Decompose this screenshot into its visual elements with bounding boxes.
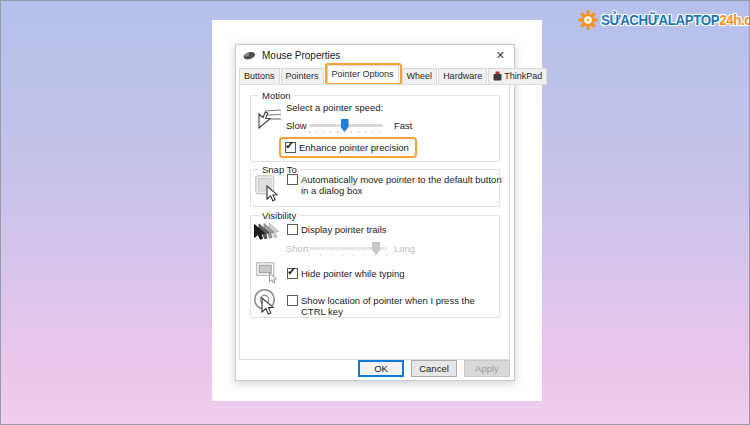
short-label: Short	[286, 243, 309, 254]
gear-icon	[578, 10, 598, 30]
snap-to-checkbox[interactable]: ✓	[287, 174, 298, 185]
display-pointer-trails-checkbox[interactable]: ✓	[287, 224, 298, 235]
snap-to-default-button-icon	[255, 175, 280, 203]
slider-ticks	[309, 131, 385, 133]
snap-to-label[interactable]: Automatically move pointer to the defaul…	[301, 174, 505, 196]
highlight-ring-enhance: ✓ Enhance pointer precision	[279, 137, 417, 158]
site-logo: SỬACHỮALAPTOP24h.com	[578, 10, 750, 30]
tab-pointer-options[interactable]: Pointer Options	[327, 65, 399, 83]
dialog-title: Mouse Properties	[262, 50, 340, 61]
page-background: SỬACHỮALAPTOP24h.com Mouse Properties ✕ …	[0, 0, 750, 425]
motion-group: Motion Select a pointer speed: Slow Fast	[250, 95, 500, 162]
pointer-options-panel: Motion Select a pointer speed: Slow Fast	[239, 84, 510, 360]
highlight-ring-tab: Pointer Options	[325, 63, 402, 85]
slider-ticks	[309, 254, 389, 256]
checkmark-icon: ✓	[287, 265, 296, 278]
show-pointer-location-label[interactable]: Show location of pointer when I press th…	[301, 295, 499, 317]
cancel-button[interactable]: Cancel	[411, 360, 457, 377]
tab-label: Buttons	[244, 71, 275, 81]
hide-pointer-while-typing-checkbox[interactable]: ✓	[287, 268, 298, 279]
pointer-speed-label: Select a pointer speed:	[286, 102, 383, 113]
fast-label: Fast	[394, 120, 412, 131]
logo-text-blue: SỬACHỮALAPTOP	[601, 12, 719, 28]
dialog-footer: OK Cancel Apply	[358, 360, 510, 377]
pointer-speed-slider[interactable]	[309, 124, 383, 127]
hide-checkbox-row: ✓ Hide pointer while typing	[287, 268, 405, 279]
tab-thinkpad[interactable]: ThinkPad	[488, 68, 547, 85]
ok-button[interactable]: OK	[358, 360, 404, 377]
tab-label: ThinkPad	[504, 71, 542, 81]
mouse-icon	[243, 51, 256, 60]
tab-label: Wheel	[407, 71, 433, 81]
visibility-group-label: Visibility	[259, 210, 299, 221]
trails-checkbox-row: ✓ Display pointer trails	[287, 224, 387, 235]
checkmark-icon: ✓	[285, 139, 294, 152]
visibility-group: Visibility ✓ Display pointer trails	[250, 215, 500, 318]
tab-pointers[interactable]: Pointers	[281, 68, 324, 85]
logo-text-orange: 24h.com	[719, 12, 750, 28]
tab-bar: Buttons Pointers Pointer Options Wheel H…	[239, 67, 510, 85]
tab-label: Pointer Options	[332, 69, 394, 79]
slow-label: Slow	[286, 120, 307, 131]
show-pointer-location-icon	[253, 288, 279, 316]
thinkpad-icon	[493, 71, 502, 81]
location-checkbox-row: ✓ Show location of pointer when I press …	[287, 295, 499, 317]
enhance-pointer-precision-label[interactable]: Enhance pointer precision	[299, 142, 409, 153]
motion-group-label: Motion	[259, 90, 294, 101]
hide-pointer-icon	[256, 262, 279, 285]
show-pointer-location-checkbox[interactable]: ✓	[287, 295, 298, 306]
hide-pointer-while-typing-label[interactable]: Hide pointer while typing	[301, 268, 405, 279]
pointer-trails-icon	[253, 221, 281, 245]
tab-label: Hardware	[443, 71, 482, 81]
tab-buttons[interactable]: Buttons	[239, 68, 280, 85]
display-pointer-trails-label[interactable]: Display pointer trails	[301, 224, 387, 235]
trail-length-slider	[309, 247, 387, 250]
long-label: Long	[394, 243, 415, 254]
snap-checkbox-row: ✓ Automatically move pointer to the defa…	[287, 174, 505, 196]
mouse-properties-dialog: Mouse Properties ✕ Buttons Pointers Poin…	[235, 44, 515, 381]
apply-button[interactable]: Apply	[464, 360, 510, 377]
close-icon[interactable]: ✕	[494, 50, 507, 61]
tab-label: Pointers	[286, 71, 319, 81]
snap-to-group: Snap To ✓ Automatically move pointer to …	[250, 169, 500, 207]
enhance-pointer-precision-checkbox[interactable]: ✓	[285, 142, 296, 153]
tab-hardware[interactable]: Hardware	[438, 68, 487, 85]
pointer-speed-icon	[256, 107, 283, 131]
tab-wheel[interactable]: Wheel	[402, 68, 438, 85]
